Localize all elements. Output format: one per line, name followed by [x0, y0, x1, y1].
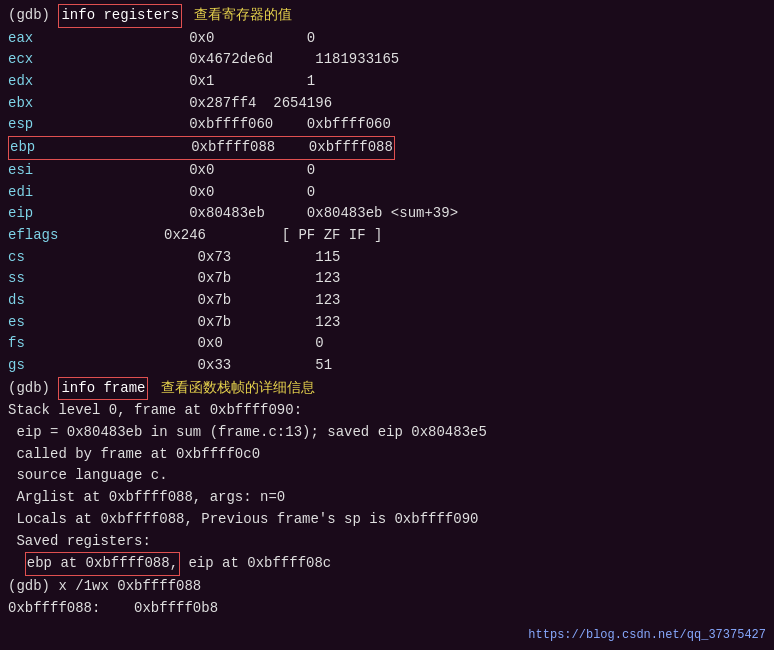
reg-esp: esp 0xbffff060 0xbffff060 [8, 114, 766, 136]
comment-2: 查看函数栈帧的详细信息 [152, 378, 314, 400]
reg-cs: cs 0x73 115 [8, 247, 766, 269]
reg-gs: gs 0x33 51 [8, 355, 766, 377]
called-by-line: called by frame at 0xbffff0c0 [8, 444, 766, 466]
reg-ebx: ebx 0x287ff4 2654196 [8, 93, 766, 115]
reg-edi: edi 0x0 0 [8, 182, 766, 204]
reg-es: es 0x7b 123 [8, 312, 766, 334]
reg-ss: ss 0x7b 123 [8, 268, 766, 290]
locals-line: Locals at 0xbffff088, Previous frame's s… [8, 509, 766, 531]
terminal: (gdb) info registers 查看寄存器的值 eax 0x0 0 e… [0, 0, 774, 650]
reg-ecx: ecx 0x4672de6d 1181933165 [8, 49, 766, 71]
stack-level-line: Stack level 0, frame at 0xbffff090: [8, 400, 766, 422]
reg-eip: eip 0x80483eb 0x80483eb <sum+39> [8, 203, 766, 225]
cmd-info-frame: info frame [58, 377, 148, 401]
reg-fs: fs 0x0 0 [8, 333, 766, 355]
eip-line: eip = 0x80483eb in sum (frame.c:13); sav… [8, 422, 766, 444]
reg-ebp: ebp 0xbffff088 0xbffff088 [8, 136, 766, 160]
line-info-frame: (gdb) info frame 查看函数栈帧的详细信息 [8, 377, 766, 401]
line-1: (gdb) info registers 查看寄存器的值 [8, 4, 766, 28]
watermark-url: https://blog.csdn.net/qq_37375427 [528, 628, 766, 642]
mem-value-line: 0xbffff088: 0xbffff0b8 [8, 598, 766, 620]
reg-ds: ds 0x7b 123 [8, 290, 766, 312]
saved-ebp-box: ebp at 0xbffff088, [25, 552, 180, 576]
reg-eax: eax 0x0 0 [8, 28, 766, 50]
arglist-line: Arglist at 0xbffff088, args: n=0 [8, 487, 766, 509]
cmd-info-registers: info registers [58, 4, 182, 28]
prompt-3: (gdb) [8, 576, 58, 598]
saved-regs-label: Saved registers: [8, 531, 766, 553]
prompt-1: (gdb) [8, 5, 58, 27]
reg-eflags: eflags 0x246 [ PF ZF IF ] [8, 225, 766, 247]
reg-ebp-box: ebp 0xbffff088 0xbffff088 [8, 136, 395, 160]
comment-1: 查看寄存器的值 [186, 5, 292, 27]
source-lang-line: source language c. [8, 465, 766, 487]
reg-esi: esi 0x0 0 [8, 160, 766, 182]
saved-regs-values: ebp at 0xbffff088, eip at 0xbffff08c [8, 552, 766, 576]
line-x-cmd: (gdb) x /1wx 0xbffff088 [8, 576, 766, 598]
prompt-2: (gdb) [8, 378, 58, 400]
reg-edx: edx 0x1 1 [8, 71, 766, 93]
